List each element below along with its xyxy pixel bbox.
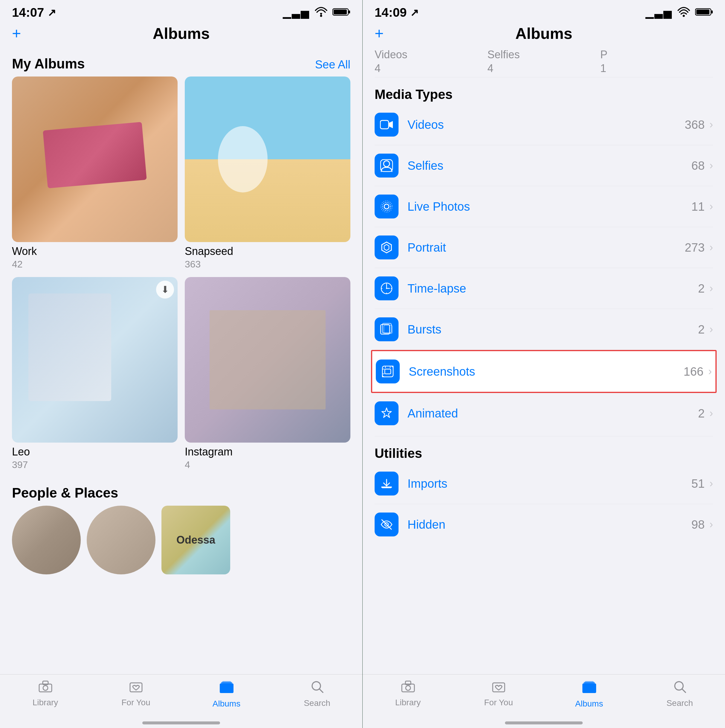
chevron-timelapse: ›	[710, 282, 713, 295]
top-album-partial[interactable]: P 1	[600, 48, 713, 75]
list-text-videos: Videos	[408, 118, 685, 132]
media-types-title: Media Types	[363, 80, 725, 104]
right-panel: 14:09 ↗ ▁▃▅ +	[363, 0, 725, 728]
top-album-videos[interactable]: Videos 4	[375, 48, 487, 75]
svg-point-0	[320, 15, 322, 17]
svg-point-21	[382, 202, 391, 211]
right-scroll-content[interactable]: Videos 4 Selfies 4 P 1 Media Types	[363, 48, 725, 728]
chevron-animated: ›	[710, 407, 713, 420]
portrait-icon-bg	[375, 236, 399, 259]
left-tab-bar: Library For You Albums	[0, 674, 362, 728]
album-item-instagram[interactable]: Instagram 4	[185, 277, 350, 470]
section-divider-2	[375, 436, 713, 436]
list-text-livephotos: Live Photos	[408, 200, 691, 213]
left-nav-title: Albums	[153, 24, 210, 43]
left-tab-search[interactable]: Search	[272, 681, 362, 708]
place-odessa-thumb[interactable]: Odessa	[161, 506, 230, 574]
svg-point-20	[384, 204, 389, 209]
chevron-screenshots: ›	[708, 365, 712, 378]
list-text-imports: Imports	[408, 477, 691, 490]
chevron-videos: ›	[710, 118, 713, 131]
chevron-bursts: ›	[710, 323, 713, 336]
left-scroll-content[interactable]: My Albums See All Work 42 Snapseed 363 ⬇	[0, 48, 362, 728]
list-item-hidden[interactable]: Hidden 98 ›	[375, 504, 713, 545]
animated-icon-bg	[375, 401, 399, 425]
svg-point-18	[383, 161, 389, 167]
list-item-videos[interactable]: Videos 368 ›	[375, 104, 713, 145]
top-album-videos-name: Videos	[375, 48, 487, 61]
album-thumb-snapseed	[185, 76, 350, 242]
list-count-timelapse: 2	[698, 282, 705, 295]
selfies-icon-bg	[375, 154, 399, 177]
list-item-livephotos[interactable]: Live Photos 11 ›	[375, 186, 713, 227]
top-album-videos-count: 4	[375, 62, 487, 75]
list-text-timelapse: Time-lapse	[408, 282, 698, 295]
left-tab-albums[interactable]: Albums	[181, 681, 272, 708]
bursts-icon-bg	[375, 317, 399, 341]
left-time-text: 14:07	[12, 5, 44, 20]
right-foryou-icon	[492, 681, 505, 696]
svg-point-6	[43, 685, 48, 690]
right-tab-library[interactable]: Library	[363, 681, 453, 707]
album-name-instagram: Instagram	[185, 446, 350, 458]
right-plus-button[interactable]: +	[375, 26, 383, 41]
right-battery-icon	[695, 8, 713, 18]
top-album-partial-name: P	[600, 48, 713, 61]
album-name-work: Work	[12, 245, 178, 258]
left-tab-foryou-label: For You	[121, 698, 150, 707]
chevron-hidden: ›	[710, 518, 713, 531]
list-item-screenshots[interactable]: Screenshots 166 ›	[371, 350, 717, 393]
list-item-bursts[interactable]: Bursts 2 ›	[375, 309, 713, 350]
list-count-hidden: 98	[691, 518, 705, 531]
right-wifi-icon	[677, 7, 690, 18]
svg-rect-36	[381, 486, 392, 488]
right-search-icon	[674, 681, 686, 696]
list-item-timelapse[interactable]: Time-lapse 2 ›	[375, 268, 713, 309]
album-item-leo[interactable]: ⬇ Leo 397	[12, 277, 178, 470]
album-count-instagram: 4	[185, 459, 350, 470]
foryou-icon	[129, 681, 143, 696]
svg-rect-35	[385, 369, 391, 374]
top-albums-row: Videos 4 Selfies 4 P 1	[363, 48, 725, 75]
list-item-animated[interactable]: Animated 2 ›	[375, 393, 713, 434]
see-all-button[interactable]: See All	[315, 58, 350, 71]
left-status-icons: ▁▃▅	[283, 6, 350, 19]
list-item-portrait[interactable]: Portrait 273 ›	[375, 227, 713, 268]
list-item-imports[interactable]: Imports 51 ›	[375, 463, 713, 504]
chevron-imports: ›	[710, 477, 713, 490]
svg-line-12	[319, 689, 323, 693]
svg-line-47	[682, 689, 685, 693]
list-text-portrait: Portrait	[408, 241, 685, 254]
my-albums-header: My Albums See All	[0, 48, 362, 76]
top-album-selfies-name: Selfies	[487, 48, 600, 61]
album-item-work[interactable]: Work 42	[12, 76, 178, 270]
person-female-thumb[interactable]	[87, 506, 155, 574]
right-tab-search-label: Search	[667, 698, 693, 708]
top-album-selfies[interactable]: Selfies 4	[487, 48, 600, 75]
left-nav-header: + Albums	[0, 22, 362, 48]
utilities-title: Utilities	[363, 439, 725, 463]
left-tab-foryou[interactable]: For You	[90, 681, 181, 707]
library-icon	[38, 681, 52, 696]
right-tab-albums[interactable]: Albums	[544, 681, 635, 708]
left-plus-button[interactable]: +	[12, 26, 21, 41]
list-count-portrait: 273	[685, 241, 705, 254]
list-count-livephotos: 11	[691, 200, 705, 213]
list-item-selfies[interactable]: Selfies 68 ›	[375, 145, 713, 186]
svg-rect-45	[585, 681, 594, 690]
list-text-animated: Animated	[408, 407, 698, 420]
save-badge-leo: ⬇	[156, 281, 174, 298]
right-location-icon: ↗	[410, 6, 418, 18]
right-tab-foryou[interactable]: For You	[453, 681, 544, 707]
person-male-thumb[interactable]	[12, 506, 81, 574]
left-tab-library[interactable]: Library	[0, 681, 90, 707]
album-thumb-instagram	[185, 277, 350, 443]
list-count-animated: 2	[698, 407, 705, 420]
left-location-icon: ↗	[48, 6, 56, 18]
album-item-snapseed[interactable]: Snapseed 363	[185, 76, 350, 270]
left-status-bar: 14:07 ↗ ▁▃▅	[0, 0, 362, 22]
top-album-partial-count: 1	[600, 62, 713, 75]
place-label: Odessa	[176, 534, 215, 546]
albums-icon	[219, 681, 234, 697]
right-tab-search[interactable]: Search	[635, 681, 725, 708]
